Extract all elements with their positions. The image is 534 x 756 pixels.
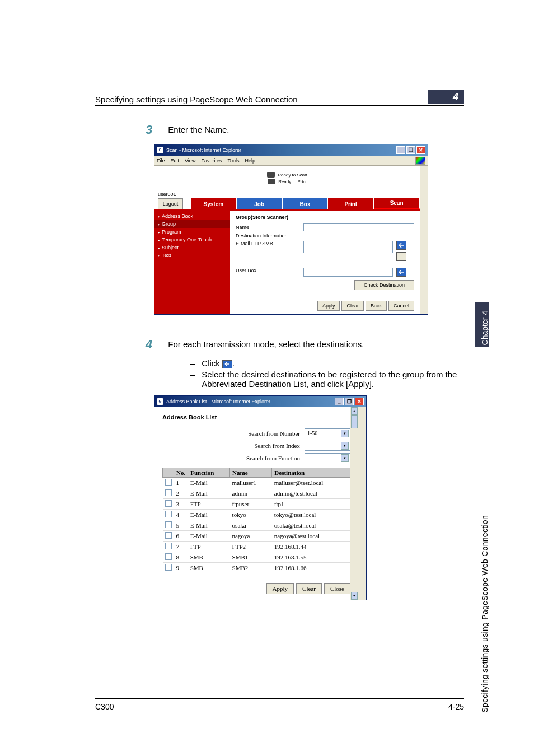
main-panel: Group(Store Scanner) Name Destination In… [230,211,420,314]
menu-view[interactable]: View [185,158,195,164]
clear-button[interactable]: Clear [296,583,322,594]
sidebar-item-subject[interactable]: Subject [154,244,230,251]
scroll-down-icon[interactable]: ▾ [351,592,358,600]
cell-name: FTP2 [230,541,272,552]
scroll-up-icon[interactable]: ▴ [351,407,358,415]
cancel-button[interactable]: Cancel [388,301,414,311]
userbox-listbox[interactable] [303,268,393,277]
close-button[interactable]: ✕ [355,398,364,405]
window-titlebar[interactable]: e Scan - Microsoft Internet Explorer _ ❐… [154,144,428,156]
arrow-add-icon [222,360,232,368]
minimize-button[interactable]: _ [396,146,405,154]
row-checkbox[interactable] [165,564,172,571]
cell-no: 6 [174,530,188,541]
clear-button[interactable]: Clear [341,301,364,311]
address-book-heading: Address Book List [162,414,350,421]
row-checkbox[interactable] [165,521,172,528]
sidebar-item-address-book[interactable]: Address Book [154,212,230,220]
cell-function: E-Mail [188,520,230,530]
row-checkbox[interactable] [165,553,172,560]
printer-icon [268,179,275,184]
address-book-window: e Address Book List - Microsoft Internet… [154,395,367,600]
back-button[interactable]: Back [366,301,387,311]
cell-destination: ftp1 [272,498,350,509]
status-scan: Ready to Scan [278,172,307,178]
search-function-select[interactable]: ▾ [305,453,350,463]
menu-help[interactable]: Help [245,158,255,164]
panel-heading: Group(Store Scanner) [236,214,414,220]
menu-edit[interactable]: Edit [171,158,180,164]
add-destination-icon[interactable] [396,241,406,250]
page-section-badge: 4 [428,90,464,104]
step-text-4: For each transmission mode, select the d… [168,337,364,352]
tab-box[interactable]: Box [283,198,329,209]
cell-destination: mailuser@test.local [272,477,350,488]
cell-destination: osaka@test.local [272,520,350,530]
row-checkbox[interactable] [165,543,172,549]
cell-destination: nagoya@test.local [272,530,350,541]
cell-no: 4 [174,509,188,520]
check-destination-button[interactable]: Check Destination [354,280,414,290]
cell-name: admin [230,488,272,498]
add-userbox-icon[interactable] [396,268,406,277]
cell-function: FTP [188,498,230,509]
scanner-icon [267,172,275,178]
name-input[interactable] [303,223,414,231]
dest-info-value: E-Mail FTP SMB [236,241,300,246]
scrollbar[interactable]: ▴ ▾ [350,407,358,600]
tab-scan[interactable]: Scan [374,198,420,209]
sidebar-item-text[interactable]: Text [154,251,230,259]
address-book-table: No. Function Name Destination 1E-Mailmai… [162,468,350,573]
cell-no: 7 [174,541,188,552]
ie-icon: e [157,398,163,405]
cell-name: osaka [230,520,272,530]
close-button[interactable]: Close [324,583,350,594]
tab-print[interactable]: Print [328,198,374,209]
row-checkbox[interactable] [165,479,172,486]
cell-function: FTP [188,541,230,552]
chevron-down-icon: ▾ [341,442,349,450]
col-no: No. [174,468,188,477]
remove-destination-icon[interactable] [396,252,406,261]
running-header: Specifying settings using PageScope Web … [95,95,298,104]
ie-throbber-icon [415,157,425,165]
tab-job[interactable]: Job [237,198,283,209]
step-number-3: 3 [146,123,152,137]
chapter-tab-label: Chapter 4 [480,311,489,345]
cell-destination: tokyo@test.local [272,509,350,520]
tab-system[interactable]: System [191,198,237,209]
side-running-text: Specifying settings using PageScope Web … [480,515,489,713]
cell-no: 2 [174,488,188,498]
row-checkbox[interactable] [165,532,172,539]
search-number-select[interactable]: 1-50▾ [305,428,350,438]
footer-page-number: 4-25 [448,702,464,711]
apply-button[interactable]: Apply [317,301,340,311]
apply-button[interactable]: Apply [266,583,294,594]
row-checkbox[interactable] [165,489,172,496]
cell-destination: 192.168.1.66 [272,562,350,573]
sidebar-item-program[interactable]: Program [154,228,230,236]
maximize-button[interactable]: ❐ [345,398,354,405]
row-checkbox[interactable] [165,511,172,517]
window-titlebar-2[interactable]: e Address Book List - Microsoft Internet… [154,396,366,407]
close-button[interactable]: ✕ [416,146,425,154]
row-checkbox[interactable] [165,500,172,507]
menu-favorites[interactable]: Favorites [201,158,222,164]
cell-name: nagoya [230,530,272,541]
search-index-select[interactable]: ▾ [305,441,350,451]
menu-tools[interactable]: Tools [227,158,239,164]
maximize-button[interactable]: ❐ [406,146,415,154]
scroll-thumb[interactable] [351,415,358,428]
chevron-down-icon: ▾ [341,430,349,437]
table-row: 4E-Mailtokyotokyo@test.local [163,509,350,520]
sidebar-item-group[interactable]: Group [154,220,230,228]
minimize-button[interactable]: _ [335,398,344,405]
sidebar-item-temporary[interactable]: Temporary One-Touch [154,236,230,244]
logout-button[interactable]: Logout [158,198,183,209]
menubar: File Edit View Favorites Tools Help [154,156,428,166]
search-number-label: Search from Number [248,430,300,437]
menu-file[interactable]: File [157,158,165,164]
step-text-3: Enter the Name. [168,123,229,137]
cell-function: SMB [188,552,230,562]
destination-listbox[interactable] [303,241,393,253]
